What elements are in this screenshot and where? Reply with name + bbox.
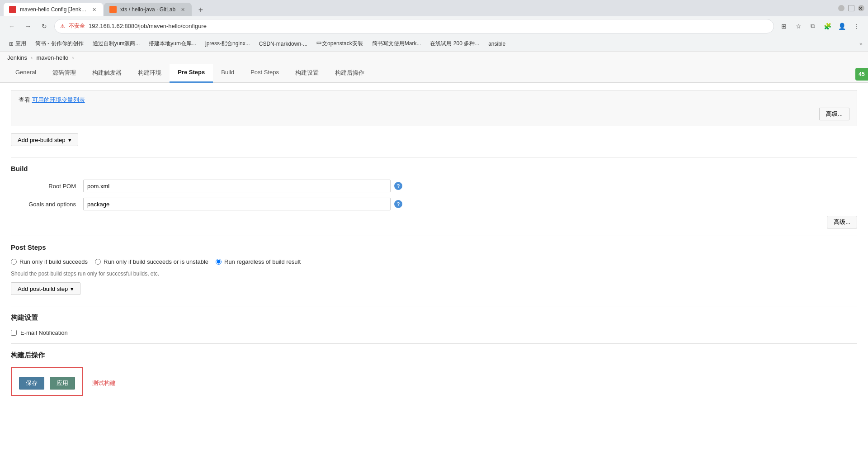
puzzle-icon[interactable]: 🧩 [821, 20, 834, 33]
breadcrumb: Jenkins › maven-hello › [0, 52, 868, 64]
breadcrumb-sep2: › [72, 54, 74, 61]
add-prebuild-wrap: Add pre-build step ▾ [11, 133, 857, 146]
root-pom-input[interactable] [83, 180, 391, 192]
browser-tab-gitlab[interactable]: xts / hello-java · GitLab ✕ [104, 3, 192, 16]
action-buttons-box: 保存 应用 [11, 367, 83, 396]
bookmark-apps[interactable]: ⊞ 应用 [5, 38, 30, 49]
radio-group: Run only if build succeeds Run only if b… [11, 258, 857, 265]
tab-scm[interactable]: 源码管理 [44, 64, 84, 83]
presteps-env-section: 查看 可用的环境变量列表 高级... [11, 90, 857, 126]
advanced-row-presteps: 高级... [19, 108, 849, 120]
tab-label-gitlab: xts / hello-java · GitLab [120, 6, 175, 13]
bookmark-icon[interactable]: ☆ [792, 20, 805, 33]
add-postbuild-arrow: ▾ [71, 285, 74, 292]
toolbar-actions: ⊞ ☆ ⧉ 🧩 👤 ⋮ [778, 20, 863, 33]
radio-success-unstable[interactable]: Run only if build succeeds or is unstabl… [95, 258, 208, 265]
close-button[interactable]: ✕ [858, 5, 864, 11]
browser-tab-jenkins[interactable]: maven-hello Config [Jenkins] ✕ [4, 3, 103, 16]
bookmark-jianshu[interactable]: 简书 - 创作你的创作 [32, 38, 87, 49]
new-tab-button[interactable]: + [194, 4, 207, 16]
insecure-icon: ⚠ [60, 23, 65, 29]
bookmarks-more[interactable]: » [859, 40, 863, 47]
post-build-section-wrap: 构建后操作 保存 应用 测试构建 [11, 343, 857, 396]
breadcrumb-jenkins[interactable]: Jenkins [7, 54, 27, 61]
main-config-content: 查看 可用的环境变量列表 高级... Add pre-build step ▾ … [0, 83, 868, 396]
radio-regardless[interactable]: Run regardless of build result [216, 258, 301, 265]
back-button[interactable]: ← [5, 20, 18, 33]
root-pom-label: Root POM [11, 183, 83, 190]
bookmark-jianshu2[interactable]: 简书写文使用Mark... [368, 38, 425, 49]
add-postbuild-step-button[interactable]: Add post-build step ▾ [11, 282, 80, 295]
breadcrumb-maven-hello[interactable]: maven-hello [36, 54, 68, 61]
tab-label-jenkins: maven-hello Config [Jenkins] [20, 6, 87, 13]
bookmark-online[interactable]: 在线试用 200 多种... [426, 38, 483, 49]
radio-success-only-input[interactable] [11, 259, 17, 265]
tab-favicon-jenkins [9, 6, 16, 13]
tab-favicon-gitlab [109, 6, 117, 13]
breadcrumb-sep1: › [31, 54, 33, 61]
float-badge: 45 [855, 68, 868, 81]
env-var-text: 查看 [19, 96, 32, 103]
menu-icon[interactable]: ⋮ [850, 20, 863, 33]
bookmark-yum-custom[interactable]: 通过自制yum源商... [89, 38, 144, 49]
env-var-link[interactable]: 可用的环境变量列表 [32, 96, 85, 103]
tab-presteps[interactable]: Pre Steps [170, 64, 213, 83]
tab-close-jenkins[interactable]: ✕ [90, 6, 98, 13]
save-button[interactable]: 保存 [19, 377, 44, 390]
radio-regardless-input[interactable] [216, 259, 222, 265]
insecure-label: 不安全 [69, 22, 85, 30]
goals-row: Goals and options ? [11, 198, 857, 210]
advanced-presteps-button[interactable]: 高级... [819, 108, 849, 120]
minimize-button[interactable] [838, 5, 844, 11]
build-section-title: Build [11, 165, 857, 172]
tab-general[interactable]: General [7, 64, 44, 83]
tab-triggers[interactable]: 构建触发器 [84, 64, 130, 83]
build-advanced-button[interactable]: 高级... [827, 216, 857, 228]
bookmark-csdn[interactable]: CSDN-markdown-... [255, 39, 311, 49]
goals-help-icon[interactable]: ? [394, 200, 402, 208]
add-prebuild-step-button[interactable]: Add pre-build step ▾ [11, 133, 78, 146]
root-pom-input-wrap: ? [83, 180, 857, 192]
post-build-inner: 构建后操作 保存 应用 测试构建 [11, 351, 857, 396]
add-postbuild-wrap: Add post-build step ▾ [11, 282, 857, 295]
root-pom-help-icon[interactable]: ? [394, 182, 402, 190]
build-settings-section: 构建设置 E-mail Notification [11, 306, 857, 336]
email-notification-label: E-mail Notification [20, 329, 68, 336]
test-build-link[interactable]: 测试构建 [92, 380, 116, 386]
address-bar[interactable]: ⚠ 不安全 192.168.1.62:8080/job/maven-hello/… [54, 19, 774, 33]
tab-build[interactable]: Build [213, 64, 242, 83]
build-settings-title: 构建设置 [11, 314, 857, 322]
build-section: Build Root POM ? Goals and options ? [11, 157, 857, 228]
bookmark-yum-local[interactable]: 搭建本地yum仓库... [145, 38, 200, 49]
post-build-title: 构建后操作 [11, 351, 857, 360]
forward-button[interactable]: → [22, 20, 34, 33]
radio-success-only-label: Run only if build succeeds [19, 258, 88, 265]
tab-poststeps[interactable]: Post Steps [242, 64, 287, 83]
page-wrapper: Jenkins › maven-hello › General 源码管理 构建触… [0, 52, 868, 466]
goals-input[interactable] [83, 198, 391, 210]
tab-env[interactable]: 构建环境 [130, 64, 170, 83]
bookmarks-bar: ⊞ 应用 简书 - 创作你的创作 通过自制yum源商... 搭建本地yum仓库.… [0, 36, 868, 52]
maximize-button[interactable] [848, 5, 854, 11]
add-prebuild-label: Add pre-build step [18, 137, 66, 143]
root-pom-row: Root POM ? [11, 180, 857, 192]
address-text[interactable]: 192.168.1.62:8080/job/maven-hello/config… [89, 23, 768, 29]
bookmark-ansible[interactable]: ansible [485, 39, 509, 49]
apply-button[interactable]: 应用 [50, 377, 75, 390]
extensions-icon[interactable]: ⧉ [807, 20, 819, 33]
goals-input-wrap: ? [83, 198, 857, 210]
radio-success-only[interactable]: Run only if build succeeds [11, 258, 88, 265]
email-notification-checkbox[interactable] [11, 330, 17, 336]
refresh-button[interactable]: ↻ [38, 20, 51, 33]
tab-close-gitlab[interactable]: ✕ [179, 6, 186, 13]
browser-toolbar: ← → ↻ ⚠ 不安全 192.168.1.62:8080/job/maven-… [0, 16, 868, 36]
tab-postbuild[interactable]: 构建后操作 [327, 64, 373, 83]
radio-success-unstable-input[interactable] [95, 259, 101, 265]
translate-icon[interactable]: ⊞ [778, 20, 790, 33]
add-postbuild-label: Add post-build step [18, 285, 68, 292]
bookmark-openstack[interactable]: 中文openstack安装 [313, 38, 367, 49]
tab-settings[interactable]: 构建设置 [287, 64, 327, 83]
bookmark-jpress[interactable]: jpress-配合nginx... [202, 38, 254, 49]
config-tabs: General 源码管理 构建触发器 构建环境 Pre Steps Build … [0, 64, 868, 83]
account-icon[interactable]: 👤 [835, 20, 848, 33]
